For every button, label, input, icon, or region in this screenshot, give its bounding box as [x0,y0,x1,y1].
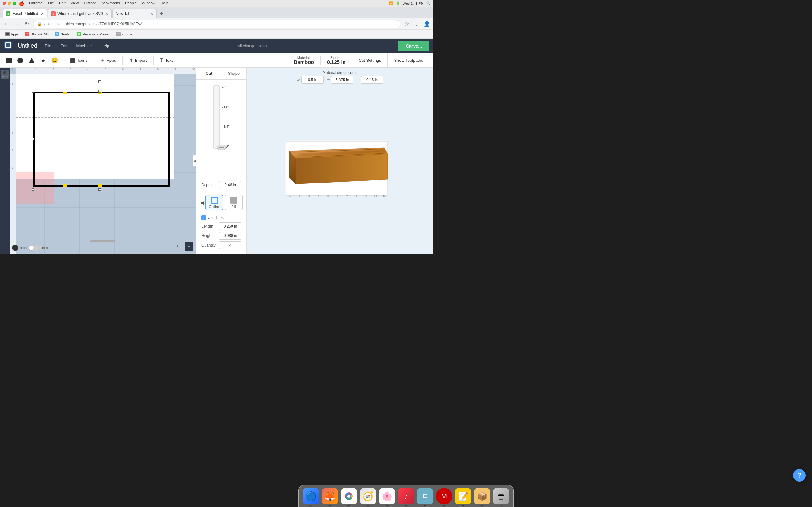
title-bar-right: 📶 🔋 Wed 2:41 PM 🔍 [389,1,431,5]
app-menu: File Edit Machine Help [42,42,112,49]
cut-type-outline[interactable]: Outline [205,194,223,210]
tabs-section: ✓ Use Tabs Length Height Quantity [196,213,247,253]
tab-easel[interactable]: E Easel - Untitled × [3,9,47,18]
menu-bookmarks[interactable]: Bookmarks [101,1,120,6]
tool-star[interactable]: ★ [38,55,48,66]
menu-people[interactable]: People [125,1,137,6]
tool-emoji[interactable]: 😊 [49,55,60,66]
depth-input[interactable] [219,181,241,189]
menu-window[interactable]: Window [142,1,155,6]
dim-z-field: Z: [357,76,383,83]
length-input[interactable] [219,222,241,230]
sidebar-item-apps[interactable]: ⬛ Apps [1,70,9,78]
canvas-scroll-thumb[interactable] [90,240,115,242]
tab-close-newtab[interactable]: × [150,11,153,16]
handle-tm[interactable] [98,90,101,93]
svg-text:7: 7 [346,194,348,198]
bookmark-reserve[interactable]: R Reserve a Room: [74,32,112,37]
bookmark-source[interactable]: S source [113,32,135,37]
cut-settings-button[interactable]: Cut Settings [352,53,388,68]
home-button[interactable]: ⌂ [185,242,194,251]
bookmark-apps[interactable]: ⬛ Apps [3,32,21,37]
height-input[interactable] [219,232,241,239]
handle-bl[interactable] [32,188,34,191]
bookmark-blockscad[interactable]: B BlocksCAD [22,32,51,37]
tool-square[interactable] [4,55,14,66]
app-menu-machine[interactable]: Machine [73,42,94,49]
handle-top[interactable] [98,80,101,83]
app-menu-file[interactable]: File [42,42,54,49]
minimize-window-btn[interactable] [8,2,11,5]
dim-z-input[interactable] [361,76,383,83]
show-toolpaths-button[interactable]: Show Toolpaths [388,53,429,68]
zoom-out-btn[interactable] [12,245,18,251]
dim-x-input[interactable] [301,76,323,83]
icons-tool[interactable]: ⬛ Icons [66,56,91,65]
menu-file[interactable]: File [48,1,54,6]
apps-tool[interactable]: ⊞ Apps [97,56,119,65]
unit-toggle[interactable] [29,245,40,250]
menu-chrome[interactable]: Chrome [29,1,43,6]
outline-icon [211,197,218,204]
menu-view[interactable]: View [71,1,79,6]
quantity-input[interactable] [219,241,241,249]
length-label: Length [201,224,213,228]
dim-y-input[interactable] [331,76,353,83]
chrome-menu-icon[interactable]: ⋮ [413,20,420,28]
dims-row: X: Y: Z: [297,76,383,83]
material-dims-wrapper: Material dimensions: X: Y: Z: [247,70,433,83]
cut-type-prev[interactable]: ◀ [200,200,204,206]
tab-bottom-2 [98,184,102,187]
tool-triangle[interactable] [27,55,37,66]
more-options-button[interactable]: ⋮ [173,242,182,251]
tab-close-svg[interactable]: × [105,11,108,16]
menu-edit[interactable]: Edit [59,1,66,6]
tab-shape[interactable]: Shape [221,68,247,79]
new-tab-button[interactable]: + [157,9,166,18]
app-menu-edit[interactable]: Edit [58,42,70,49]
tab-cut[interactable]: Cut [196,68,221,79]
depth-thumb[interactable] [217,145,226,150]
cut-type-fill[interactable]: Fill [224,194,243,210]
dim-z-label: Z: [357,78,360,82]
tab-top-1 [63,92,67,94]
lock-icon: 🔒 [37,22,42,26]
handle-bm[interactable] [98,188,101,191]
canvas-area[interactable]: 1 2 3 4 5 6 7 8 9 10 11 1 2 3 4 5 6 7 8 [9,68,196,253]
menu-help[interactable]: Help [160,1,168,6]
menu-apple[interactable]: 🍎 [19,1,24,6]
fullscreen-window-btn[interactable] [13,2,16,5]
bookmark-gimlet[interactable]: G Gimlet [52,32,73,37]
handle-tl[interactable] [32,90,34,93]
clock: Wed 2:41 PM [403,2,424,5]
text-tool[interactable]: T Text [157,56,176,65]
traffic-lights [3,2,16,5]
depth-slider-container: -0" -1/8" -1/4" -3/8" [196,79,247,178]
carve-button[interactable]: Carve... [398,41,429,51]
use-tabs-checkbox[interactable]: ✓ [201,216,206,220]
star-icon: ★ [41,57,46,64]
cut-type-row: ◀ Outline Fill [196,192,247,213]
main-shape[interactable] [33,92,170,187]
menu-history[interactable]: History [84,1,96,6]
tab-close-easel[interactable]: × [41,11,44,16]
forward-button[interactable]: → [13,20,20,28]
outline-label: Outline [209,205,220,209]
svg-text:11: 11 [383,194,386,198]
depth-value-row: Depth [196,178,247,192]
panel-collapse-arrow[interactable]: ◀ [193,155,196,166]
tab-newtab[interactable]: New Tab × [112,9,157,18]
back-button[interactable]: ← [3,20,10,28]
material-dims-title: Material dimensions: [322,70,357,75]
search-icon[interactable]: 🔍 [426,1,431,5]
bookmark-star[interactable]: ☆ [403,20,410,28]
tool-circle[interactable] [15,55,26,66]
refresh-button[interactable]: ↻ [23,20,31,28]
handle-ml[interactable] [32,137,34,140]
user-avatar[interactable]: 👤 [423,20,431,28]
app-menu-help[interactable]: Help [98,42,112,49]
close-window-btn[interactable] [3,2,6,5]
url-bar[interactable]: 🔒 easel.inventables.com/projects/zTZdUkI… [33,20,400,28]
import-tool[interactable]: ⬆ Import [126,56,150,65]
tab-svg[interactable]: S Where can I get blank SVG × [48,9,112,18]
